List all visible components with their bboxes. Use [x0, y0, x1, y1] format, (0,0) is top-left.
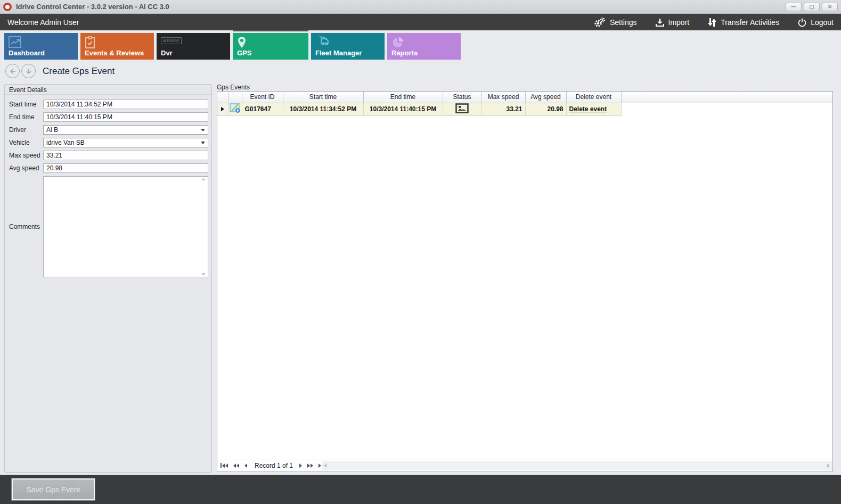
cell-status[interactable] — [443, 103, 481, 115]
back-button[interactable] — [5, 64, 20, 78]
table-row[interactable]: G017647 10/3/2014 11:34:52 PM 10/3/2014 … — [217, 103, 832, 115]
col-event-id[interactable]: Event ID — [242, 92, 283, 103]
grid-pager: Record 1 of 1 — [217, 459, 832, 472]
grid-header-row: Event ID Start time End time Status Max … — [217, 92, 832, 103]
topbar: Welcome Admin User Settings I — [0, 14, 841, 30]
record-count-text: Record 1 of 1 — [255, 462, 293, 469]
comments-scrollbar[interactable] — [200, 178, 207, 276]
horizontal-scrollbar[interactable] — [322, 461, 832, 470]
row-icon-header — [228, 92, 242, 103]
vehicle-label: Vehicle — [9, 139, 30, 146]
scroll-left-icon — [324, 464, 326, 468]
tab-dashboard[interactable]: Dashboard — [4, 33, 78, 60]
tab-dvr[interactable]: MERGE Dvr — [157, 33, 230, 60]
map-event-cell[interactable] — [228, 103, 242, 115]
vehicle-select[interactable]: idrive Van SB — [43, 138, 208, 147]
tab-fleet-manager[interactable]: Fleet Manager — [311, 33, 385, 60]
tab-gps[interactable]: GPS — [233, 33, 308, 60]
app-logo-icon — [3, 3, 12, 11]
comments-label: Comments — [9, 223, 40, 230]
gears-icon — [593, 17, 606, 28]
comments-textarea[interactable] — [43, 176, 208, 277]
maximize-button[interactable]: ▢ — [804, 3, 820, 11]
prev-page-button[interactable] — [233, 464, 239, 468]
tab-reports-label: Reports — [391, 49, 418, 57]
col-status[interactable]: Status — [443, 92, 481, 103]
collapse-button[interactable] — [21, 64, 36, 78]
settings-button[interactable]: Settings — [593, 17, 637, 28]
page-header: Create Gps Event — [5, 64, 115, 78]
col-filler — [621, 92, 832, 103]
gps-events-grid: Event ID Start time End time Status Max … — [217, 91, 833, 472]
max-speed-input[interactable] — [43, 151, 208, 160]
transfer-activities-button[interactable]: Transfer Activities — [707, 17, 779, 28]
minimize-button[interactable]: — — [786, 3, 802, 11]
scroll-down-icon — [201, 273, 206, 276]
row-selected-indicator — [217, 103, 228, 115]
col-avg-speed[interactable]: Avg speed — [525, 92, 566, 103]
next-page-button[interactable] — [307, 464, 313, 468]
cell-max-speed: 33.21 — [481, 103, 525, 115]
avg-speed-label: Avg speed — [9, 164, 39, 172]
tab-reports[interactable]: Reports — [387, 33, 461, 60]
footer-bar: Save Gps Event — [0, 475, 841, 504]
row-indicator-header — [217, 92, 228, 103]
col-max-speed[interactable]: Max speed — [481, 92, 525, 103]
start-time-label: Start time — [9, 101, 36, 108]
delete-event-link[interactable]: Delete event — [566, 103, 621, 115]
clipboard-check-icon — [85, 36, 95, 51]
driver-select[interactable]: Al B — [43, 125, 208, 135]
tab-gps-label: GPS — [237, 49, 251, 57]
window-titlebar: Idrive Control Center - 3.0.2 version - … — [0, 0, 841, 14]
col-delete-event[interactable]: Delete event — [566, 92, 621, 103]
scroll-up-icon — [201, 178, 206, 180]
end-time-label: End time — [9, 113, 34, 121]
end-time-input[interactable] — [43, 112, 208, 122]
page-title: Create Gps Event — [43, 66, 115, 77]
close-button[interactable]: ✕ — [822, 3, 838, 11]
row-filler — [621, 103, 832, 115]
col-end-time[interactable]: End time — [363, 92, 443, 103]
settings-label: Settings — [610, 18, 637, 27]
map-pin-icon — [237, 36, 247, 51]
logout-button[interactable]: Logout — [797, 18, 834, 27]
picture-icon — [455, 103, 469, 113]
driver-label: Driver — [9, 126, 26, 134]
arrow-down-icon — [25, 67, 33, 76]
cell-event-id: G017647 — [242, 103, 283, 115]
import-button[interactable]: Import — [655, 18, 690, 27]
max-speed-label: Max speed — [9, 152, 40, 159]
start-time-input[interactable] — [43, 100, 208, 109]
tab-fleet-manager-label: Fleet Manager — [315, 49, 362, 57]
merge-badge-label: MERGE — [161, 37, 182, 44]
chevron-down-icon — [201, 129, 205, 131]
transfer-icon — [707, 17, 717, 28]
cell-start-time: 10/3/2014 11:34:52 PM — [283, 103, 363, 115]
prev-record-button[interactable] — [244, 464, 247, 468]
cell-end-time: 10/3/2014 11:40:15 PM — [363, 103, 443, 115]
logout-label: Logout — [811, 18, 834, 27]
avg-speed-input[interactable] — [43, 163, 208, 173]
welcome-text: Welcome Admin User — [7, 18, 79, 27]
cell-avg-speed: 20.98 — [525, 103, 566, 115]
vehicle-select-value: idrive Van SB — [46, 139, 85, 146]
import-label: Import — [668, 18, 690, 27]
transfer-activities-label: Transfer Activities — [721, 18, 779, 27]
window-title: Idrive Control Center - 3.0.2 version - … — [16, 3, 169, 11]
next-record-button[interactable] — [299, 464, 302, 468]
tab-events-reviews-label: Events & Reviews — [85, 49, 144, 57]
col-start-time[interactable]: Start time — [283, 92, 363, 103]
save-gps-event-button[interactable]: Save Gps Event — [12, 478, 95, 500]
nav-tiles: Dashboard Events & Reviews MERGE Dvr GPS — [4, 33, 461, 60]
line-chart-icon — [9, 36, 21, 49]
first-record-button[interactable] — [221, 463, 228, 468]
tab-dvr-label: Dvr — [161, 49, 173, 57]
row-arrow-icon — [221, 107, 224, 111]
chevron-down-icon — [201, 142, 205, 144]
map-playback-icon — [230, 103, 241, 114]
merge-badge-icon: MERGE — [161, 36, 182, 44]
fleet-vehicles-icon — [315, 36, 331, 49]
event-details-panel: Event Details Start time End time Driver… — [4, 84, 212, 473]
tab-events-reviews[interactable]: Events & Reviews — [80, 33, 154, 60]
event-details-title: Event Details — [5, 85, 211, 95]
